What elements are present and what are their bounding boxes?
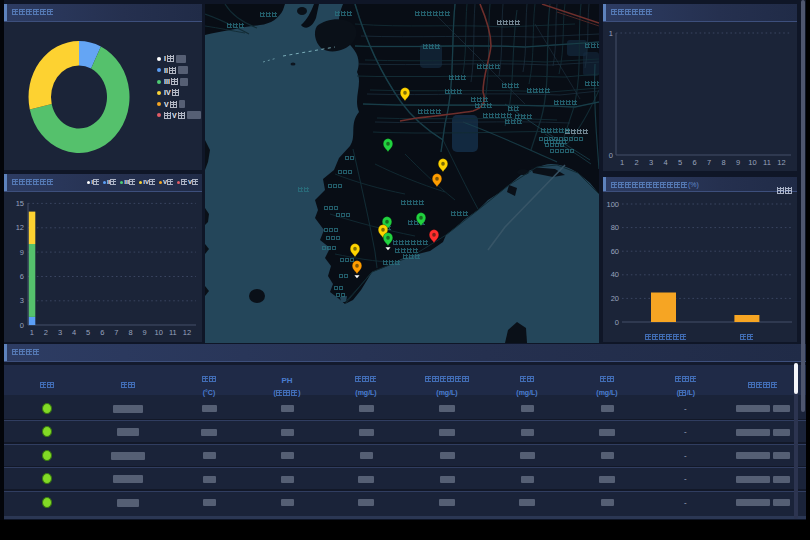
svg-text:2: 2 (44, 328, 48, 337)
svg-text:15: 15 (16, 199, 24, 208)
svg-text:60: 60 (611, 247, 619, 256)
svg-text:6: 6 (692, 158, 696, 167)
svg-text:12: 12 (777, 158, 785, 167)
svg-text:3: 3 (649, 158, 653, 167)
svg-text:10: 10 (748, 158, 756, 167)
svg-text:6: 6 (100, 328, 104, 337)
svg-text:4: 4 (72, 328, 76, 337)
svg-text:9: 9 (736, 158, 740, 167)
svg-text:8: 8 (128, 328, 132, 337)
svg-text:5: 5 (678, 158, 682, 167)
svg-text:100: 100 (606, 200, 619, 209)
svg-text:3: 3 (58, 328, 62, 337)
svg-text:1: 1 (30, 328, 34, 337)
svg-text:8: 8 (721, 158, 725, 167)
svg-text:12: 12 (16, 223, 24, 232)
svg-text:7: 7 (114, 328, 118, 337)
svg-text:11: 11 (763, 158, 771, 167)
svg-text:5: 5 (86, 328, 90, 337)
svg-text:4: 4 (663, 158, 667, 167)
svg-text:20: 20 (611, 294, 619, 303)
svg-text:0: 0 (20, 321, 24, 330)
svg-text:9: 9 (143, 328, 147, 337)
svg-text:10: 10 (155, 328, 163, 337)
svg-text:6: 6 (20, 272, 24, 281)
svg-text:0: 0 (615, 318, 619, 327)
svg-text:80: 80 (611, 223, 619, 232)
svg-text:12: 12 (183, 328, 191, 337)
svg-text:0: 0 (609, 151, 613, 160)
svg-text:7: 7 (707, 158, 711, 167)
svg-text:11: 11 (169, 328, 177, 337)
svg-text:2: 2 (634, 158, 638, 167)
svg-text:40: 40 (611, 270, 619, 279)
svg-text:3: 3 (20, 296, 24, 305)
svg-text:1: 1 (609, 29, 613, 38)
svg-text:1: 1 (620, 158, 624, 167)
svg-text:9: 9 (20, 248, 24, 257)
